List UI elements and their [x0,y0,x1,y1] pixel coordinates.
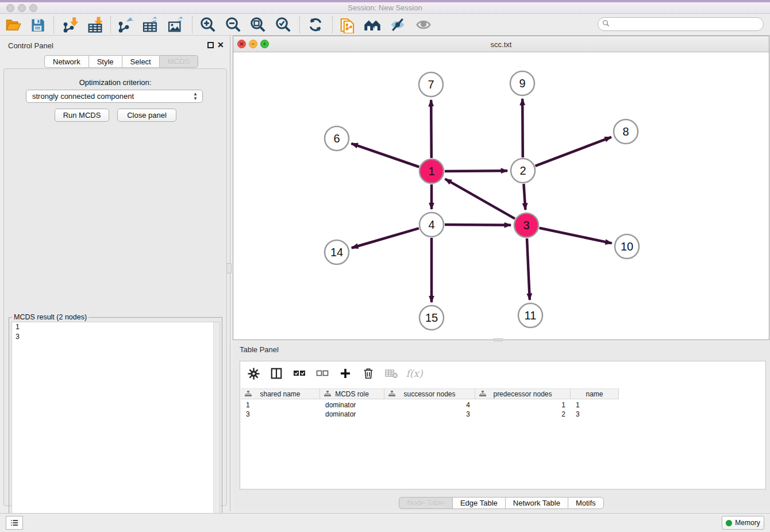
result-item[interactable]: 3 [12,332,220,342]
table-cell[interactable]: dominator [320,410,384,419]
deselect-all-rows-icon[interactable] [315,366,330,381]
memory-button[interactable]: Memory [722,516,764,530]
graph-edge-3-1[interactable] [445,179,515,218]
table-cell[interactable]: 1 [241,400,320,410]
svg-text:9: 9 [519,77,525,90]
graph-edge-2-8[interactable] [536,137,611,166]
table-row[interactable]: 3dominator323 [240,410,765,419]
table-cell[interactable]: dominator [320,400,384,410]
table-cell[interactable]: 4 [384,400,475,410]
tab-style[interactable]: Style [88,55,122,68]
graph-node-4[interactable]: 4 [419,213,444,237]
table-cell[interactable]: 3 [571,410,619,419]
zoom-out-icon[interactable] [224,16,242,34]
graph-edge-3-11[interactable] [527,238,530,300]
export-image-icon[interactable] [166,16,184,34]
graph-node-7[interactable]: 7 [419,72,443,97]
mcds-result-list[interactable]: 1 3 [11,322,220,531]
result-scrollbar[interactable] [213,322,220,530]
select-all-rows-icon[interactable] [292,366,307,381]
tab-edge-table[interactable]: Edge Table [452,497,505,509]
control-panel-tabs: Network Style Select MCDS [44,55,198,68]
column-header-MCDS-role[interactable]: MCDS role [320,388,384,399]
table-cell[interactable]: 3 [384,410,475,419]
graph-edge-1-6[interactable] [352,144,419,167]
graph-edge-2-3[interactable] [523,184,525,210]
svg-text:10: 10 [621,240,633,253]
graph-node-15[interactable]: 15 [419,306,444,330]
first-neighbors-icon[interactable] [363,16,382,34]
graph-node-8[interactable]: 8 [614,119,638,144]
graph-node-9[interactable]: 9 [510,71,534,95]
export-table-icon[interactable] [141,16,159,34]
zoom-selected-icon[interactable] [274,16,292,34]
delete-columns-icon[interactable] [361,366,376,381]
column-header-predecessor-nodes[interactable]: predecessor nodes [475,388,571,399]
main-title-bar: Session: New Session [0,0,770,14]
table-settings-icon[interactable] [246,366,261,381]
run-mcds-button[interactable]: Run MCDS [55,109,109,122]
node-table-container: f(x) shared nameMCDS rolesuccessor nodes… [240,361,766,489]
graph-edge-4-14[interactable] [352,228,419,248]
close-panel-icon[interactable]: ✕ [217,42,224,48]
network-window: ✕ − + scc.txt 7968124314101511 [233,36,769,340]
apply-layout-icon[interactable] [306,16,325,34]
graph-edge-1-7[interactable] [431,100,432,158]
graph-node-3[interactable]: 3 [514,213,538,237]
mcds-result-group: MCDS result (2 nodes) 1 3 [9,317,222,532]
delete-table-icon [384,366,399,381]
column-header-successor-nodes[interactable]: successor nodes [384,388,475,399]
search-input[interactable] [612,19,763,29]
toolbar-separator [192,16,192,33]
zoom-fit-icon[interactable] [249,16,267,34]
graph-node-1[interactable]: 1 [419,159,444,183]
column-header-name[interactable]: name [571,388,619,399]
close-panel-button[interactable]: Close panel [117,109,176,122]
result-item[interactable]: 1 [12,322,220,332]
tab-network[interactable]: Network [44,55,88,68]
import-table-icon[interactable] [86,16,104,34]
graph-node-2[interactable]: 2 [511,159,535,183]
tab-select[interactable]: Select [122,55,159,68]
zoom-in-icon[interactable] [199,16,217,34]
svg-text:11: 11 [525,309,537,322]
graph-node-11[interactable]: 11 [518,303,542,327]
tab-node-table[interactable]: Node Table [399,497,452,509]
table-cell[interactable]: 1 [475,400,571,410]
criterion-select[interactable]: strongly connected component ▲▼ [26,90,203,103]
open-session-icon[interactable] [4,16,22,34]
export-network-icon[interactable] [116,16,134,34]
graphics-details-icon[interactable] [388,16,407,34]
birdseye-view-icon[interactable] [414,16,433,34]
task-manager-button[interactable] [6,516,23,530]
graph-edge-1-2[interactable] [445,171,507,171]
float-panel-icon[interactable] [207,42,214,48]
table-cell[interactable]: 1 [571,400,619,410]
open-network-file-icon[interactable] [338,16,357,34]
table-row[interactable]: 1dominator411 [240,400,765,410]
table-toolbar: f(x) [240,361,765,385]
network-canvas[interactable]: 7968124314101511 [233,52,769,340]
tab-motifs[interactable]: Motifs [568,497,604,509]
control-panel-title: Control Panel [8,41,53,50]
add-column-icon[interactable] [338,366,353,381]
import-network-icon[interactable] [61,16,79,34]
horizontal-splitter-grip[interactable] [493,338,503,341]
tab-network-table[interactable]: Network Table [505,497,568,509]
graph-edge-2-9[interactable] [522,99,523,157]
graph-edge-4-3[interactable] [445,225,511,225]
save-session-icon[interactable] [28,16,47,34]
show-columns-icon[interactable] [269,366,284,381]
graph-edge-3-10[interactable] [540,228,612,244]
network-window-titlebar[interactable]: ✕ − + scc.txt [233,36,769,52]
tab-mcds[interactable]: MCDS [159,55,198,68]
graph-node-10[interactable]: 10 [615,234,639,259]
vertical-splitter-grip[interactable] [226,263,232,273]
graph-node-14[interactable]: 14 [325,240,349,264]
table-cell[interactable]: 3 [241,410,320,419]
graph-node-6[interactable]: 6 [325,126,349,151]
column-header-shared-name[interactable]: shared name [241,388,320,399]
search-box[interactable] [598,17,764,31]
memory-status-dot [726,520,732,526]
table-cell[interactable]: 2 [475,410,571,419]
